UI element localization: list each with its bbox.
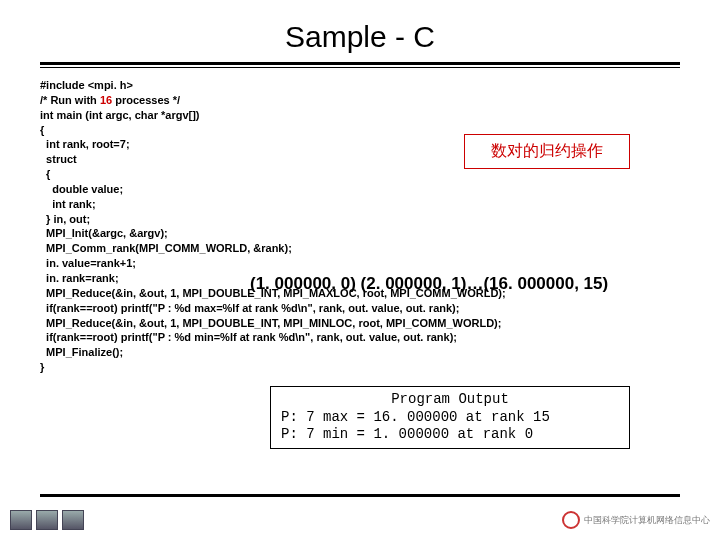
- code-line: int main (int argc, char *argv[]): [40, 109, 200, 121]
- code-line: {: [40, 168, 50, 180]
- footer-org-text: 中国科学院计算机网络信息中心: [584, 514, 710, 527]
- server-icon: [10, 510, 32, 530]
- code-line: {: [40, 124, 44, 136]
- code-line: in. rank=rank;: [40, 272, 119, 284]
- code-line: MPI_Reduce(&in, &out, 1, MPI_DOUBLE_INT,…: [40, 317, 501, 329]
- highlight-number: 16: [100, 94, 112, 106]
- output-title: Program Output: [281, 391, 619, 409]
- code-line: if(rank==root) printf("P : %d min=%lf at…: [40, 331, 457, 343]
- bottom-rule: [40, 494, 680, 497]
- title-rule-thin: [40, 67, 680, 68]
- code-line: MPI_Finalize();: [40, 346, 123, 358]
- code-line: #include <mpi. h>: [40, 79, 133, 91]
- code-line: int rank, root=7;: [40, 138, 130, 150]
- data-series-text: (1. 000000, 0) (2. 000000, 1)…(16. 00000…: [250, 274, 608, 294]
- output-line: P: 7 max = 16. 000000 at rank 15: [281, 409, 619, 427]
- code-line: double value;: [40, 183, 123, 195]
- code-line: } in, out;: [40, 213, 90, 225]
- code-line: MPI_Comm_rank(MPI_COMM_WORLD, &rank);: [40, 242, 292, 254]
- program-output-box: Program OutputP: 7 max = 16. 000000 at r…: [270, 386, 630, 449]
- code-line: int rank;: [40, 198, 96, 210]
- footer-right-logo: 中国科学院计算机网络信息中心: [562, 508, 710, 532]
- callout-box: 数对的归约操作: [464, 134, 630, 169]
- footer: 中国科学院计算机网络信息中心: [10, 508, 710, 532]
- title-rule-thick: [40, 62, 680, 65]
- footer-left-graphic: [10, 508, 84, 532]
- code-line: /* Run with 16 processes */: [40, 94, 180, 106]
- code-line: if(rank==root) printf("P : %d max=%lf at…: [40, 302, 459, 314]
- code-line: MPI_Init(&argc, &argv);: [40, 227, 168, 239]
- code-line: }: [40, 361, 44, 373]
- code-block: #include <mpi. h> /* Run with 16 process…: [40, 78, 680, 375]
- code-line: in. value=rank+1;: [40, 257, 136, 269]
- server-icon: [36, 510, 58, 530]
- server-icon: [62, 510, 84, 530]
- slide: Sample - C #include <mpi. h> /* Run with…: [0, 0, 720, 540]
- slide-body: #include <mpi. h> /* Run with 16 process…: [40, 78, 680, 375]
- logo-icon: [562, 511, 580, 529]
- code-line: struct: [40, 153, 77, 165]
- slide-title: Sample - C: [40, 20, 680, 54]
- output-line: P: 7 min = 1. 000000 at rank 0: [281, 426, 619, 444]
